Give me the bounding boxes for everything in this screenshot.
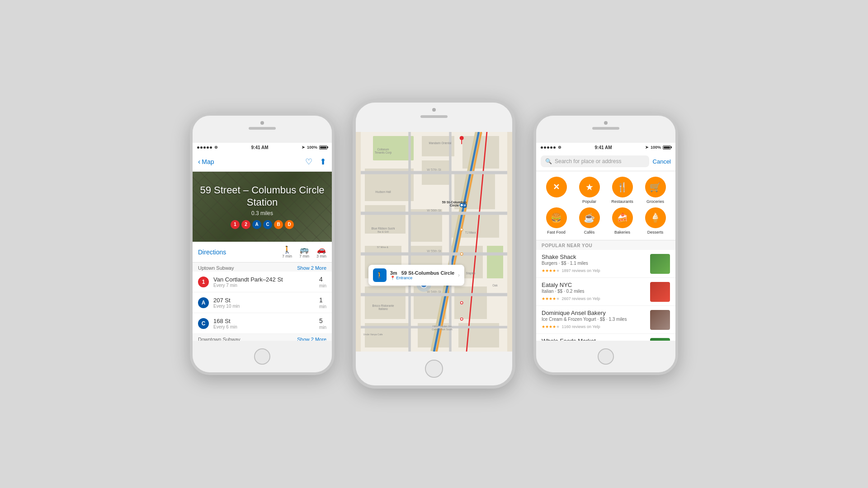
nearby-wholefoods[interactable]: Whole Foods Market Grocery · $$ · 1.4 mi… <box>536 334 675 341</box>
screen-2: W 57th St W 56th St W 55th St W 54th St … <box>356 132 512 352</box>
svg-text:57 Wine &: 57 Wine & <box>377 246 388 249</box>
nearby-eataly[interactable]: Eataly NYC Italian · $$ · 0.2 miles ★★★★… <box>536 278 675 306</box>
svg-rect-14 <box>365 286 406 319</box>
transit-item-a[interactable]: A 207 St Every 10 min 1 min <box>193 292 332 313</box>
transit-name-a: 207 St <box>213 297 315 304</box>
car-option[interactable]: 🚗 3 min <box>316 245 326 258</box>
back-label-1: Map <box>202 158 214 165</box>
show-more-downtown[interactable]: Show 2 More <box>297 337 326 341</box>
category-restaurants[interactable]: 🍴 Restaurants <box>608 177 637 204</box>
nav-bar-1: ‹ Map ♡ ⬆ <box>193 152 332 172</box>
category-bakeries[interactable]: 🍰 Bakeries <box>608 207 637 235</box>
svg-text:Uncle Vanya Cafe: Uncle Vanya Cafe <box>363 333 383 336</box>
nearby-dominique[interactable]: Dominique Ansel Bakery Ice Cream & Froze… <box>536 306 675 334</box>
eataly-thumb <box>650 282 670 302</box>
transit-freq-a: Every 10 min <box>213 304 315 309</box>
transit-badge-1: 1 <box>198 277 209 287</box>
category-desserts[interactable]: 🍦 Desserts <box>641 207 670 235</box>
line-a: A <box>252 220 261 229</box>
transit-option[interactable]: 🚌 7 min <box>299 245 309 258</box>
svg-text:W 56th St: W 56th St <box>427 208 441 212</box>
screen-1: ‹ Map ♡ ⬆ 59 Street – Columbus Circle St… <box>193 152 332 341</box>
map-svg: W 57th St W 56th St W 55th St W 54th St … <box>356 132 512 352</box>
speaker-2 <box>420 115 448 118</box>
home-button-2[interactable] <box>425 360 443 378</box>
popular-label: Popular <box>582 199 596 204</box>
transit-freq-1: Every 7 min <box>213 283 315 288</box>
line-b: B <box>274 220 283 229</box>
svg-point-54 <box>460 203 463 206</box>
shake-shack-name: Shake Shack <box>542 253 646 260</box>
transit-freq-c: Every 6 min <box>213 324 315 329</box>
svg-text:Bricco Ristorante: Bricco Ristorante <box>373 304 394 307</box>
svg-point-59 <box>461 318 463 320</box>
bakeries-icon: 🍰 <box>612 207 633 228</box>
dominique-name: Dominique Ansel Bakery <box>542 310 646 316</box>
transit-item-c[interactable]: C 168 St Every 6 min 5 min <box>193 313 332 334</box>
signal-dots-1 <box>197 146 212 149</box>
home-button-3[interactable] <box>598 348 614 365</box>
battery-pct-1: 100% <box>307 145 317 150</box>
category-clear[interactable]: ✕ <box>542 177 571 204</box>
wholefoods-name: Whole Foods Market <box>542 338 646 341</box>
svg-point-58 <box>461 301 463 304</box>
transit-item-1[interactable]: 1 Van Cortlandt Park–242 St Every 7 min … <box>193 272 332 292</box>
groceries-label: Groceries <box>646 199 664 204</box>
category-cafes[interactable]: ☕ Cafés <box>575 207 604 235</box>
category-popular[interactable]: ★ Popular <box>575 177 604 204</box>
svg-point-62 <box>460 136 464 140</box>
share-icon-1[interactable]: ⬆ <box>320 157 326 167</box>
svg-text:Staples: Staples <box>466 272 475 275</box>
nearby-shake-shack[interactable]: Shake Shack Burgers · $$ · 1.1 miles ★★★… <box>536 250 675 278</box>
directions-label[interactable]: Directions <box>198 249 282 256</box>
search-input-box[interactable]: 🔍 Search for place or address <box>541 155 649 167</box>
status-bar-3: ⊜ 9:41 AM ➤ 100% <box>536 143 675 152</box>
downtown-header: Downtown Subway Show 2 More <box>193 334 332 341</box>
show-more-uptown[interactable]: Show 2 More <box>297 265 326 271</box>
map-fullscreen[interactable]: W 57th St W 56th St W 55th St W 54th St … <box>356 132 512 352</box>
svg-text:Central Park South: Central Park South <box>432 328 452 331</box>
walk-option[interactable]: 🚶 7 min <box>282 245 292 258</box>
line-2: 2 <box>241 220 250 229</box>
category-fastfood[interactable]: 🍔 Fast Food <box>542 207 571 235</box>
signal-dots-3 <box>541 146 556 149</box>
svg-text:Hudson Hall: Hudson Hall <box>375 190 391 193</box>
eataly-name: Eataly NYC <box>542 282 646 288</box>
popup-title: 3m 59 St-Columbus Circle <box>390 270 454 276</box>
shake-shack-thumb <box>650 254 670 274</box>
screen-3: 🔍 Search for place or address Cancel ✕ ★… <box>536 152 675 341</box>
phone-2: W 57th St W 56th St W 55th St W 54th St … <box>353 99 515 389</box>
transit-unit-1: min <box>319 283 326 288</box>
station-overlay: 59 Street – Columbus Circle Station 0.3 … <box>193 172 332 242</box>
popup-icon: 🚶 <box>373 268 387 282</box>
back-button-1[interactable]: ‹ Map <box>198 158 214 166</box>
map-popup[interactable]: 🚶 3m 59 St-Columbus Circle 📍 Entrance › <box>368 265 464 286</box>
walk-time: 7 min <box>282 254 292 258</box>
svg-text:Bar & Grill: Bar & Grill <box>377 230 389 233</box>
search-placeholder: Search for place or address <box>555 158 621 164</box>
car-time: 3 min <box>316 254 326 258</box>
restaurants-icon: 🍴 <box>612 177 633 197</box>
car-icon: 🚗 <box>317 245 326 254</box>
transit-unit-c: min <box>319 325 326 330</box>
transit-time-a: 1 <box>319 296 323 304</box>
svg-text:Italiano: Italiano <box>378 307 388 310</box>
fastfood-icon: 🍔 <box>546 207 567 228</box>
bakeries-label: Bakeries <box>614 230 630 235</box>
map-thumbnail-1: 59 Street – Columbus Circle Station 0.3 … <box>193 172 332 242</box>
svg-text:TJ Maxx: TJ Maxx <box>465 231 476 234</box>
directions-bar: Directions 🚶 7 min 🚌 7 min 🚗 3 min <box>193 242 332 263</box>
heart-icon-1[interactable]: ♡ <box>305 157 312 167</box>
dominique-meta: Ice Cream & Frozen Yogurt · $$ · 1.3 mil… <box>542 317 646 322</box>
eataly-meta: Italian · $$ · 0.2 miles <box>542 289 646 294</box>
home-button-1[interactable] <box>254 348 270 365</box>
wifi-icon-3: ⊜ <box>558 145 561 150</box>
transit-badge-a: A <box>198 297 209 308</box>
phone-1-top <box>193 116 332 143</box>
svg-text:Oak: Oak <box>492 284 498 287</box>
cafes-icon: ☕ <box>579 207 600 228</box>
cancel-button[interactable]: Cancel <box>653 158 671 165</box>
category-groceries[interactable]: 🛒 Groceries <box>641 177 670 204</box>
phone-2-top <box>356 103 512 132</box>
dominique-stars: ★★★★ <box>542 324 556 329</box>
